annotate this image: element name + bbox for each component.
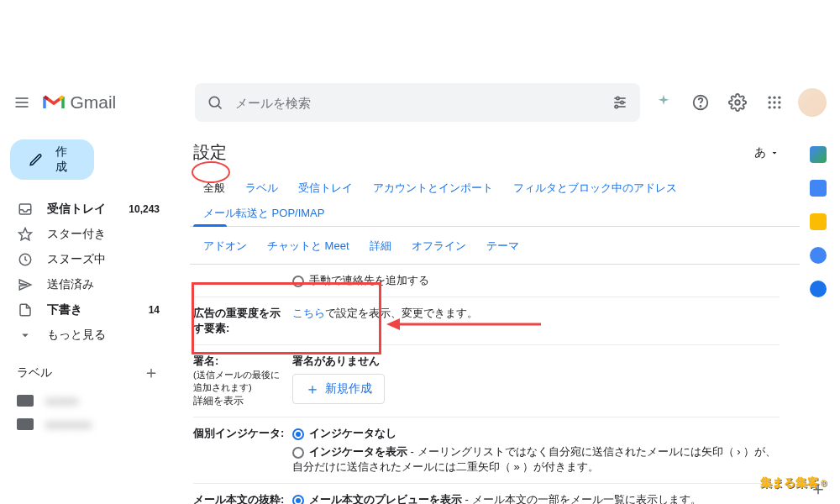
product-name: Gmail — [70, 92, 116, 113]
language-label: あ — [754, 145, 766, 160]
main-menu-button[interactable] — [7, 86, 36, 119]
settings-button[interactable] — [721, 86, 754, 119]
hamburger-icon — [13, 94, 30, 111]
page-title: 設定 — [193, 141, 227, 164]
svg-marker-24 — [19, 228, 32, 240]
sidebar-item-count: 10,243 — [129, 203, 160, 215]
radio-indicator-show[interactable] — [292, 447, 304, 459]
tab-2[interactable]: 受信トレイ — [288, 176, 363, 201]
sidebar-item-label: 下書き — [47, 302, 82, 318]
signature-sub: (送信メールの最後に追加されます) — [193, 369, 286, 394]
snippet-bold: メール本文のプレビューを表示 — [309, 493, 462, 504]
svg-point-10 — [615, 105, 617, 108]
svg-point-13 — [735, 100, 740, 105]
sidebar-item-label: スヌーズ中 — [47, 252, 106, 267]
tab-5[interactable]: メール転送と POP/IMAP — [193, 201, 334, 226]
side-panel: ＋ — [800, 129, 837, 504]
search-input[interactable] — [230, 96, 605, 110]
tab-1[interactable]: ラベル — [235, 176, 288, 201]
tab-4[interactable]: フィルタとブロック中のアドレス — [503, 176, 687, 201]
tasks-app-icon[interactable] — [810, 247, 827, 264]
ads-settings-link[interactable]: こちら — [292, 307, 325, 319]
label-icon — [17, 418, 34, 430]
svg-point-15 — [773, 97, 775, 99]
svg-point-20 — [769, 106, 771, 108]
help-icon — [691, 93, 710, 112]
label-icon — [17, 395, 34, 407]
indicator-show-bold: インジケータを表示 — [309, 445, 407, 458]
send-icon — [17, 277, 34, 292]
sidebar-item-inbox[interactable]: 受信トレイ10,243 — [7, 197, 170, 222]
star-icon — [17, 227, 34, 242]
tab-3[interactable]: アカウントとインポート — [363, 176, 503, 201]
indicator-label: 個別インジケータ: — [193, 426, 286, 441]
label-item[interactable]: ■■■■■ — [7, 389, 170, 412]
sidebar-item-chev[interactable]: もっと見る — [7, 323, 170, 348]
search-options-button[interactable] — [605, 87, 635, 118]
snippet-rest: - メール本文の一部をメール一覧に表示します。 — [462, 493, 701, 504]
indicator-none: インジケータなし — [309, 427, 396, 439]
svg-point-17 — [769, 101, 771, 103]
sidebar-item-send[interactable]: 送信済み — [7, 272, 170, 297]
tab-0[interactable]: 全般 — [193, 176, 235, 201]
create-signature-button[interactable]: ＋ 新規作成 — [292, 374, 385, 404]
label-item[interactable]: ■■■■■■■ — [7, 412, 170, 436]
search-bar[interactable] — [195, 83, 640, 122]
product-logo[interactable]: Gmail — [43, 92, 188, 113]
pencil-icon — [29, 151, 44, 168]
sidebar-item-label: 受信トレイ — [47, 202, 106, 217]
no-signature-text: 署名がありません — [292, 354, 385, 369]
bard-button[interactable] — [647, 86, 680, 119]
sidebar: 作成 受信トレイ10,243スター付きスヌーズ中送信済み下書き14もっと見る ラ… — [0, 129, 176, 504]
sidebar-item-star[interactable]: スター付き — [7, 222, 170, 247]
apps-grid-icon — [766, 94, 783, 111]
chevron-down-icon — [769, 148, 780, 158]
contacts-app-icon[interactable] — [810, 281, 827, 297]
sidebar-item-count: 14 — [149, 304, 160, 316]
sparkle-icon — [654, 93, 673, 112]
inbox-icon — [17, 202, 34, 217]
snippet-label: メール本文の抜粋: — [193, 492, 286, 504]
apps-button[interactable] — [758, 86, 791, 119]
svg-point-6 — [617, 97, 619, 99]
labels-heading: ラベル — [17, 365, 52, 381]
svg-point-22 — [778, 106, 780, 108]
label-name: ■■■■■■■ — [45, 418, 92, 431]
tab2-3[interactable]: オフライン — [402, 234, 476, 259]
compose-button[interactable]: 作成 — [10, 139, 94, 180]
svg-point-12 — [700, 106, 701, 107]
signature-detail-link[interactable]: 詳細を表示 — [193, 394, 286, 408]
sidebar-item-label: スター付き — [47, 227, 106, 242]
tab2-0[interactable]: アドオン — [193, 234, 257, 259]
keep-app-icon[interactable] — [810, 213, 827, 230]
svg-point-8 — [621, 101, 623, 103]
ads-text: で設定を表示、変更できます。 — [325, 307, 478, 319]
calendar-app-icon[interactable] — [810, 146, 827, 163]
radio-manual-contacts[interactable] — [292, 276, 304, 287]
sidebar-item-label: 送信済み — [47, 277, 94, 292]
gmail-m-icon — [43, 94, 65, 111]
signature-label: 署名: — [193, 354, 218, 367]
radio-snippet-show[interactable] — [292, 495, 304, 504]
clock-icon — [17, 252, 34, 267]
sidebar-item-label: もっと見る — [47, 328, 106, 343]
sidebar-item-clock[interactable]: スヌーズ中 — [7, 247, 170, 272]
svg-point-21 — [773, 106, 775, 108]
svg-point-3 — [209, 97, 219, 107]
radio-indicator-none[interactable] — [292, 428, 304, 440]
gear-icon — [728, 93, 747, 112]
svg-point-18 — [773, 101, 775, 103]
support-button[interactable] — [684, 86, 717, 119]
tab2-2[interactable]: 詳細 — [360, 234, 402, 259]
tab2-4[interactable]: テーマ — [476, 234, 529, 259]
ads-label: 広告の重要度を示す要素: — [193, 306, 286, 336]
svg-point-19 — [778, 101, 780, 103]
language-button[interactable]: あ — [754, 145, 780, 160]
tab2-1[interactable]: チャットと Meet — [257, 234, 360, 259]
search-icon — [207, 94, 223, 111]
translate-app-icon[interactable] — [810, 180, 827, 197]
avatar[interactable] — [798, 88, 827, 117]
sidebar-item-file[interactable]: 下書き14 — [7, 297, 170, 323]
add-label-button[interactable]: ＋ — [143, 361, 160, 384]
search-button[interactable] — [200, 87, 230, 118]
